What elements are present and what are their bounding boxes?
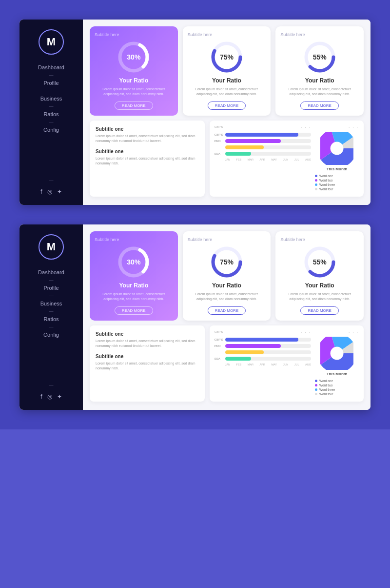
facebook-icon-lower[interactable]: f [40, 393, 42, 400]
legend-label-1: Word one [319, 174, 333, 178]
pie-menu-lower[interactable]: · · · [349, 330, 359, 335]
x-jun: JUN [283, 158, 288, 161]
upper-panel: M Dashboard — Profile — Business — Ratio… [0, 0, 390, 224]
sidebar-item-dashboard[interactable]: Dashboard [24, 62, 78, 72]
info-l-desc-1: Lorem ipsum dolor sit amet, consectetuer… [96, 339, 199, 349]
card-l2-btn[interactable]: READ MORE [208, 306, 246, 315]
sidebar-lower-business[interactable]: Business [24, 299, 78, 308]
bar-row-l3 [214, 350, 311, 354]
nav-divider-3: — [49, 103, 54, 109]
chart-panel-lower: GBP'S · · · GBP'S PRO [210, 325, 364, 402]
twitter-icon-lower[interactable]: ✦ [57, 393, 62, 400]
card1-read-more[interactable]: READ MORE [115, 101, 153, 110]
bar-fill-1 [225, 133, 298, 137]
this-month-lower: This Month [327, 372, 348, 376]
card2-read-more[interactable]: READ MORE [208, 101, 246, 110]
x-may: MAY [271, 158, 277, 161]
instagram-icon[interactable]: ◎ [47, 188, 52, 195]
info-l-subtitle-2: Subtitle one [96, 354, 199, 359]
x-feb-l: FEB [236, 363, 242, 366]
card-l3-btn[interactable]: READ MORE [300, 306, 338, 315]
bar-row-1: GBP'S [214, 133, 311, 137]
main-content-upper: Subtitle here 30% Your Ratio Lorem ipsum… [83, 20, 370, 205]
legend-item-4: Word four [315, 187, 335, 191]
svg-point-19 [324, 340, 350, 366]
facebook-icon[interactable]: f [40, 188, 42, 195]
legend-label-2: Word two [319, 179, 332, 182]
pie-legend-lower: Word one Word two Word three [315, 379, 335, 397]
card-l1-btn[interactable]: READ MORE [115, 306, 153, 315]
ratio-card-l2: Subtitle here 75% Your Ratio Lorem ipsum… [183, 231, 271, 321]
bar-fill-l1 [225, 338, 298, 342]
sidebar: M Dashboard — Profile — Business — Ratio… [20, 20, 83, 205]
svg-point-9 [324, 135, 350, 162]
card-l1-desc: Lorem ipsum dolor sit amet, consectetuer… [95, 292, 173, 302]
bar-label-l1: GBP'S [214, 338, 223, 341]
bar-chart-menu[interactable]: · · · [301, 125, 311, 130]
bar-fill-2 [225, 139, 281, 143]
bar-label-2: PRO [214, 140, 223, 142]
sidebar-item-business[interactable]: Business [24, 94, 78, 103]
x-apr: APR [260, 158, 265, 161]
x-jul-l: JUL [294, 363, 299, 366]
ratio-card-2: Subtitle here 75% Your Ratio Lorem ipsum… [183, 26, 271, 116]
bar-track-3 [225, 145, 311, 149]
twitter-icon[interactable]: ✦ [57, 188, 62, 195]
sidebar-item-config[interactable]: Config [24, 125, 78, 135]
x-jun-l: JUN [283, 363, 288, 366]
card-l2-percent: 75% [220, 258, 234, 266]
instagram-icon-lower[interactable]: ◎ [47, 393, 52, 400]
sidebar-lower-dashboard[interactable]: Dashboard [24, 267, 78, 277]
x-feb: FEB [236, 158, 242, 161]
info-subtitle-2: Subtitle one [96, 149, 199, 154]
card-l2-subtitle: Subtitle here [188, 237, 213, 242]
bottom-row-lower: Subtitle one Lorem ipsum dolor sit amet,… [90, 325, 364, 402]
sidebar-item-ratios[interactable]: Ratios [24, 109, 78, 119]
card3-desc: Lorem ipsum dolor sit amet, consectetuer… [280, 87, 359, 97]
legend-item-l2: Word two [315, 384, 335, 387]
bar-track-1 [225, 133, 311, 137]
legend-dot-1 [315, 175, 317, 177]
bar-label-l4: SSA [214, 357, 223, 360]
sidebar-lower-profile[interactable]: Profile [24, 283, 78, 293]
nav-divider-2: — [49, 88, 54, 94]
legend-dot-l2 [315, 384, 317, 386]
legend-label-l2: Word two [319, 384, 332, 387]
nav-divider-l3: — [49, 308, 54, 314]
bar-track-l1 [225, 338, 311, 342]
sidebar-lower-config[interactable]: Config [24, 330, 78, 340]
bar-track-l2 [225, 344, 311, 348]
legend-label-4: Word four [319, 187, 333, 191]
sidebar-item-profile[interactable]: Profile [24, 78, 78, 88]
dashboard-upper: M Dashboard — Profile — Business — Ratio… [20, 20, 370, 205]
bar-row-3 [214, 145, 311, 149]
legend-dot-l3 [315, 388, 317, 391]
info-panel-lower: Subtitle one Lorem ipsum dolor sit amet,… [90, 325, 205, 402]
bar-track-l4 [225, 357, 311, 361]
pie-legend: Word one Word two Word three [315, 174, 335, 192]
card3-read-more[interactable]: READ MORE [300, 101, 338, 110]
social-icons-lower: f ◎ ✦ [40, 393, 61, 400]
legend-label-l1: Word one [319, 379, 333, 383]
bar-row-2: PRO [214, 139, 311, 143]
info-panel: Subtitle one Lorem ipsum dolor sit amet,… [90, 121, 205, 197]
main-content-lower: Subtitle here 30% Your Ratio Lorem ipsum… [83, 224, 370, 410]
x-jan: JAN [225, 158, 230, 161]
legend-item-1: Word one [315, 174, 335, 178]
card3-subtitle: Subtitle here [280, 32, 305, 37]
card3-title: Your Ratio [305, 77, 334, 84]
lower-panel-wrapper: M Dashboard — Profile — Business — Ratio… [0, 224, 390, 429]
legend-dot-l1 [315, 380, 317, 382]
card-l2-title: Your Ratio [212, 282, 241, 289]
nav-divider-l1: — [49, 277, 54, 283]
info-l-subtitle-1: Subtitle one [96, 331, 199, 337]
card-l1-percent: 30% [127, 258, 140, 266]
pie-chart-menu[interactable]: · · · [349, 125, 359, 130]
y-label: GBP'S [214, 125, 223, 128]
bar-fill-l4 [225, 357, 251, 361]
bar-chart-menu-lower[interactable]: · · · [301, 330, 311, 335]
bar-label-l2: PRO [214, 345, 223, 347]
legend-label-3: Word three [319, 183, 335, 186]
legend-item-l1: Word one [315, 379, 335, 383]
sidebar-lower-ratios[interactable]: Ratios [24, 314, 78, 324]
